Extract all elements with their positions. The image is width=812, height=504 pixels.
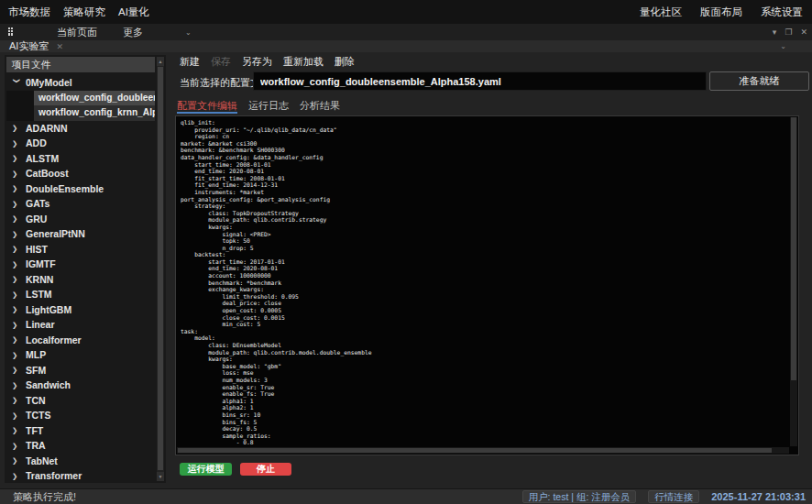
tree-item[interactable]: ❯ TCN (6, 393, 155, 409)
stop-button[interactable]: 停止 (240, 463, 291, 476)
chevron-right-icon[interactable]: ❯ (12, 200, 22, 208)
tree-item[interactable]: ❯ 0MyModel (6, 75, 155, 91)
tab-scroll-chevron-icon[interactable]: ⌄ (780, 42, 786, 50)
toolbar-button[interactable]: 重新加载 (283, 55, 324, 69)
tree-item[interactable]: ❯ ADARNN (6, 121, 155, 137)
tree-item[interactable]: ❯ LightGBM (6, 302, 155, 318)
chevron-right-icon[interactable]: ❯ (12, 124, 22, 132)
tree-item[interactable]: ❯ TabNet (6, 454, 155, 469)
more-dropdown[interactable]: 更多 (123, 26, 143, 39)
chevron-right-icon[interactable]: ❯ (12, 335, 22, 344)
tree-item[interactable]: ❯ KRNN (6, 272, 155, 288)
toolbar-button[interactable]: 新建 (180, 55, 200, 69)
tree-item[interactable]: ❯ ALSTM (6, 151, 155, 167)
tree-item[interactable]: ❯ Linear (6, 317, 155, 333)
tree-item[interactable]: ❯ IGMTF (6, 257, 155, 272)
chevron-right-icon[interactable]: ❯ (12, 456, 22, 465)
restore-icon[interactable]: ❐ (785, 27, 792, 37)
tree-item[interactable]: ❯ TFT (6, 423, 155, 439)
content-tab[interactable]: 配置文件编辑 (177, 99, 237, 114)
menu-item[interactable]: 策略研究 (63, 5, 105, 19)
content-tab[interactable]: 分析结果 (300, 99, 340, 114)
editor-vertical-scrollbar[interactable] (790, 117, 797, 446)
tree-item[interactable]: ❯ LSTM (6, 287, 155, 302)
current-page-menu[interactable]: 当前页面 (57, 26, 97, 39)
chevron-right-icon[interactable]: ❯ (12, 411, 22, 420)
menu-item[interactable]: 系统设置 (761, 5, 803, 19)
tree-child-file[interactable]: workflow_config_doubleensemble... (34, 91, 155, 106)
editor-horizontal-scrollbar[interactable] (177, 447, 789, 454)
tree-item[interactable]: ❯ ADD (6, 136, 155, 151)
chevron-right-icon[interactable]: ❯ (12, 351, 22, 359)
toolbar-button[interactable]: 另存为 (242, 55, 272, 69)
chevron-right-icon[interactable]: ❯ (12, 366, 22, 374)
chevron-down-icon[interactable]: ⌄ (185, 28, 192, 37)
tree-item-label: CatBoost (26, 168, 69, 179)
tree-item-label: SFM (26, 365, 46, 376)
tree-item-label: GATs (26, 198, 49, 209)
tree-item[interactable]: ❯ Transformer (6, 468, 155, 481)
statusbar: 策略执行完成! 用户: test | 组: 注册会员 行情连接 2025-11-… (0, 488, 812, 504)
chevron-right-icon[interactable]: ❯ (12, 139, 22, 148)
tree-item-label: TFT (26, 425, 43, 436)
tree-item[interactable]: ❯ GRU (6, 212, 155, 227)
dropdown-icon[interactable]: ▾ (773, 27, 777, 37)
tree-item[interactable]: ❯ MLP (6, 347, 155, 363)
ready-status-button[interactable]: 准备就绪 (709, 71, 809, 91)
menu-item[interactable]: AI量化 (118, 5, 149, 19)
scroll-down-icon[interactable]: ▼ (157, 472, 164, 481)
statusbar-right: 用户: test | 组: 注册会员 行情连接 2025-11-27 21:03… (522, 490, 806, 503)
tree-item-label: TabNet (26, 455, 58, 466)
chevron-right-icon[interactable]: ❯ (12, 426, 22, 434)
run-model-button[interactable]: 运行模型 (180, 463, 232, 476)
tree-item[interactable]: ❯ DoubleEnsemble (6, 181, 155, 197)
chevron-right-icon[interactable]: ❯ (12, 170, 22, 178)
chevron-right-icon[interactable]: ❯ (12, 245, 22, 253)
config-file-row: 当前选择的配置文件: 准备就绪 (180, 71, 803, 92)
close-icon[interactable]: ✕ (800, 27, 807, 37)
chevron-right-icon[interactable]: ❯ (12, 442, 22, 450)
chevron-right-icon[interactable]: ❯ (12, 214, 22, 223)
chevron-right-icon[interactable]: ❯ (12, 396, 22, 404)
menu-item[interactable]: 版面布局 (700, 5, 742, 19)
tree-item[interactable]: ❯ HIST (6, 242, 155, 257)
tree-item[interactable]: ❯ TCTS (6, 408, 155, 423)
tree-item[interactable]: ❯ Localformer (6, 333, 155, 348)
tree-item-label: Sandwich (26, 379, 71, 390)
toolbar-button[interactable]: 删除 (335, 55, 355, 69)
grid-menu-icon[interactable] (8, 27, 16, 38)
tab-close-icon[interactable]: ✕ (56, 42, 63, 51)
chevron-right-icon[interactable]: ❯ (12, 275, 22, 283)
chevron-right-icon[interactable]: ❯ (12, 321, 22, 329)
scrollbar-thumb[interactable] (158, 67, 163, 470)
tree-item[interactable]: ❯ TRA (6, 438, 155, 454)
editor-vscroll-thumb[interactable] (791, 117, 796, 380)
chevron-right-icon[interactable]: ❯ (12, 260, 22, 268)
chevron-right-icon[interactable]: ❯ (12, 230, 22, 238)
chevron-right-icon[interactable]: ❯ (12, 154, 22, 162)
menu-item[interactable]: 量化社区 (640, 5, 682, 19)
tree-item-label: HIST (26, 244, 48, 255)
editor-hscroll-thumb[interactable] (178, 448, 772, 453)
chevron-right-icon[interactable]: ❯ (12, 472, 22, 480)
tree-item[interactable]: ❯ GATs (6, 196, 155, 212)
scroll-up-icon[interactable]: ▲ (157, 57, 164, 66)
tree-child-file[interactable]: workflow_config_krnn_Alpha360.y... (34, 105, 155, 121)
tree-item[interactable]: ❯ SFM (6, 363, 155, 378)
sidebar-scrollbar[interactable]: ▲ ▼ (157, 57, 164, 481)
chevron-down-icon[interactable]: ❯ (13, 78, 21, 88)
yaml-editor-content[interactable]: qlib_init: provider_uri: "~/.qlib/qlib_d… (181, 119, 786, 445)
menu-item[interactable]: 市场数据 (8, 5, 50, 19)
chevron-right-icon[interactable]: ❯ (12, 381, 22, 389)
config-file-input[interactable] (253, 71, 707, 91)
tree-item[interactable]: ❯ GeneralPtNN (6, 226, 155, 242)
tree-item[interactable]: ❯ CatBoost (6, 166, 155, 181)
tree-item-label: TCN (26, 395, 46, 406)
tab-ai-lab[interactable]: AI实验室 ✕ (9, 39, 63, 53)
chevron-right-icon[interactable]: ❯ (12, 290, 22, 299)
chevron-right-icon[interactable]: ❯ (12, 184, 22, 192)
status-message: 策略执行完成! (13, 490, 76, 504)
chevron-right-icon[interactable]: ❯ (12, 305, 22, 313)
tree-item[interactable]: ❯ Sandwich (6, 378, 155, 393)
content-tab[interactable]: 运行日志 (248, 99, 289, 114)
